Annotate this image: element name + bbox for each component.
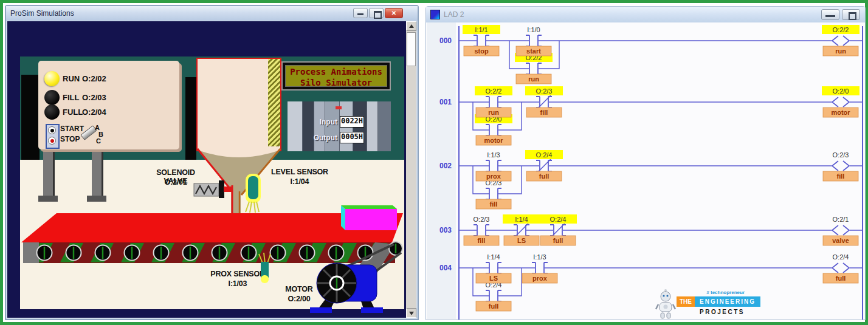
element-tag-label: full [489, 303, 499, 310]
post-foot-left [38, 196, 58, 202]
ladder-rung-003: 003O:2/3fillI:1/4LSO:2/4fullO:2/1valve [439, 214, 863, 245]
element-tag-label: prox [532, 275, 548, 282]
element-tag-label: run [488, 109, 499, 116]
banner-line1: Process Animations [286, 66, 387, 77]
fill-address: O:2/03 [82, 93, 106, 102]
start-button-dot [50, 129, 54, 132]
element-address: O:2/3 [474, 216, 490, 223]
post-foot-right [87, 196, 106, 202]
level-sensor-address: I:1/04 [268, 177, 331, 186]
element-address: O:2/2 [486, 87, 502, 95]
element-address: O:2/2 [833, 26, 849, 33]
element-tag-label: LS [489, 275, 498, 282]
ladder-rung-000: 000I:1/1stopO:2/2runI:1/0startO:2/2run [439, 25, 863, 84]
element-tag-label: full [539, 173, 549, 180]
element-address: I:1/1 [475, 26, 487, 33]
solenoid-valve-address: O:2/01 [144, 178, 207, 186]
plc-output-label: Output [309, 134, 337, 142]
run-address: O:2/02 [82, 74, 106, 83]
element-tag-label: stop [474, 47, 489, 55]
plc-input-value: 0022H [340, 116, 364, 128]
full-label: FULL [63, 108, 83, 117]
element-address: O:2/3 [536, 87, 553, 95]
ladder-rung-004: 004O:2/4fullI:1/4LSI:1/3proxO:2/4full [439, 253, 863, 311]
start-label: START [60, 125, 84, 133]
element-tag-label: start [526, 47, 541, 55]
stop-label: STOP [60, 135, 80, 143]
run-light [44, 71, 60, 86]
ladder-rung-001: 001O:2/0motorO:2/2runO:2/3fillO:2/0motor [439, 86, 863, 145]
selector-option-c[interactable]: C [96, 137, 101, 145]
start-button[interactable] [48, 126, 56, 134]
rung-number: 000 [439, 36, 452, 45]
element-tag-label: fill [490, 200, 498, 208]
element-tag-label: fill [540, 109, 548, 116]
plc-output-value: 0005H [340, 132, 364, 143]
stop-button[interactable] [48, 137, 56, 145]
logo-word-engineering: ENGINEERING [695, 296, 760, 307]
rung-number: 002 [439, 162, 452, 170]
logo-word-the: THE [677, 296, 695, 307]
run-label: RUN [63, 74, 80, 83]
element-tag-label: fill [478, 237, 486, 244]
motor-address: O:2/00 [275, 295, 323, 303]
rung-number: 001 [439, 98, 452, 106]
ladder-rung-002: 002O:2/3fillI:1/3proxO:2/4fullO:2/3fill [439, 150, 863, 209]
element-tag-label: run [528, 75, 539, 83]
level-sensor-name: LEVEL SENSOR [268, 168, 331, 176]
plc-input-label: Input [313, 118, 337, 126]
element-address: O:2/3 [833, 151, 849, 159]
banner-line2: Silo Simulator [286, 77, 387, 88]
banner: Process Animations Silo Simulator [281, 61, 391, 91]
silo-hatch-edge [268, 58, 281, 151]
silo-shadow [185, 77, 196, 160]
element-address: O:2/4 [550, 216, 567, 223]
full-light [44, 104, 60, 120]
element-address: O:2/0 [833, 87, 849, 95]
panel-shadow [21, 75, 40, 160]
element-tag-label: LS [517, 237, 526, 244]
logo-word-projects: PROJECTS [700, 309, 745, 315]
element-tag-label: motor [831, 109, 850, 116]
panel-post-right [92, 149, 103, 197]
element-tag-label: valve [832, 237, 849, 244]
fill-label: FILL [63, 93, 79, 102]
element-address: I:1/3 [533, 253, 546, 261]
ladder-diagram[interactable]: 000I:1/1stopO:2/2runI:1/0startO:2/2run00… [429, 25, 868, 320]
robot-mascot-icon [655, 289, 677, 320]
element-address: O:2/1 [833, 216, 849, 223]
element-tag-label: fill [837, 173, 845, 180]
element-address: I:1/0 [527, 26, 540, 33]
start-stop-housing [46, 124, 60, 149]
element-tag-label: prox [486, 173, 501, 180]
motor-name: MOTOR [275, 285, 323, 293]
element-tag-label: full [553, 237, 563, 244]
stop-button-dot [50, 139, 54, 143]
panel-post-left [43, 149, 55, 197]
rung-number: 003 [439, 226, 452, 234]
prox-sensor-address: I:1/03 [210, 279, 266, 288]
silo-body [196, 58, 269, 151]
element-tag-label: motor [484, 137, 503, 144]
element-address: I:1/4 [487, 253, 500, 261]
element-tag-label: run [835, 47, 846, 55]
page-frame: ProSim Simulations ✕ [0, 0, 868, 325]
brand-logo: # technopreneur THE ENGINEERING PROJECTS [655, 287, 747, 321]
element-address: O:2/4 [833, 253, 849, 261]
rung-number: 004 [439, 264, 452, 272]
plc-led [336, 106, 342, 109]
fill-light [44, 90, 60, 105]
element-tag-label: full [836, 275, 846, 282]
prox-sensor-name: PROX SENSOR [210, 270, 266, 278]
element-address: O:2/4 [536, 151, 553, 159]
element-address: I:1/3 [487, 151, 500, 159]
logo-tagline: # technopreneur [706, 290, 745, 295]
control-panel: RUN O:2/02 FILL O:2/03 FULL O:2/04 START… [38, 61, 179, 149]
full-address: O:2/04 [82, 108, 106, 117]
element-address: I:1/4 [515, 216, 528, 223]
